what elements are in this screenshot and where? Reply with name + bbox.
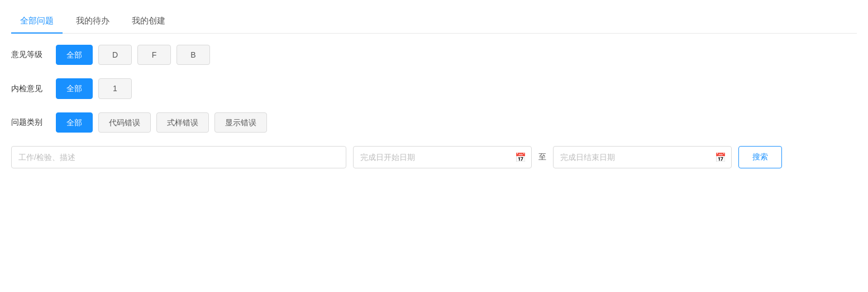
filter-btn-internal-all[interactable]: 全部	[56, 78, 93, 98]
filter-row-issue-type: 问题类别 全部 代码错误 式样错误 显示错误	[11, 112, 857, 133]
filter-row-opinion-level: 意见等级 全部 D F B	[11, 45, 857, 65]
filter-label-opinion-level: 意见等级	[11, 50, 56, 60]
filter-btn-opinion-all[interactable]: 全部	[56, 45, 93, 65]
tab-all-issues[interactable]: 全部问题	[11, 9, 63, 33]
filter-btn-opinion-f[interactable]: F	[137, 45, 171, 65]
tab-my-pending[interactable]: 我的待办	[67, 9, 118, 33]
filter-buttons-opinion-level: 全部 D F B	[56, 45, 210, 65]
search-row: 📅 至 📅 搜索	[11, 146, 857, 180]
search-text-wrap	[11, 146, 346, 168]
filter-buttons-issue-type: 全部 代码错误 式样错误 显示错误	[56, 112, 267, 133]
filter-btn-type-style-error[interactable]: 式样错误	[156, 112, 209, 133]
filter-btn-type-all[interactable]: 全部	[56, 112, 93, 133]
date-start-wrap: 📅	[353, 146, 532, 168]
filter-btn-opinion-b[interactable]: B	[177, 45, 210, 65]
filter-btn-opinion-d[interactable]: D	[98, 45, 132, 65]
filter-btn-type-code-error[interactable]: 代码错误	[98, 112, 151, 133]
date-end-input[interactable]	[553, 146, 732, 168]
tab-bar: 全部问题 我的待办 我的创建	[11, 0, 857, 34]
filter-section: 意见等级 全部 D F B 内检意见 全部 1 问题类别 全部 代码错误 式样错…	[11, 34, 857, 133]
filter-label-issue-type: 问题类别	[11, 117, 56, 128]
date-start-input[interactable]	[353, 146, 532, 168]
filter-row-internal-review: 内检意见 全部 1	[11, 78, 857, 98]
filter-buttons-internal-review: 全部 1	[56, 78, 132, 98]
tab-my-created[interactable]: 我的创建	[123, 9, 174, 33]
filter-btn-type-display-error[interactable]: 显示错误	[214, 112, 267, 133]
date-separator: 至	[538, 152, 546, 162]
search-text-input[interactable]	[11, 146, 346, 168]
search-button[interactable]: 搜索	[738, 146, 782, 168]
main-container: 全部问题 我的待办 我的创建 意见等级 全部 D F B 内检意见 全部 1 问…	[0, 0, 868, 292]
filter-btn-internal-1[interactable]: 1	[98, 78, 132, 98]
date-end-wrap: 📅	[553, 146, 732, 168]
filter-label-internal-review: 内检意见	[11, 84, 56, 94]
